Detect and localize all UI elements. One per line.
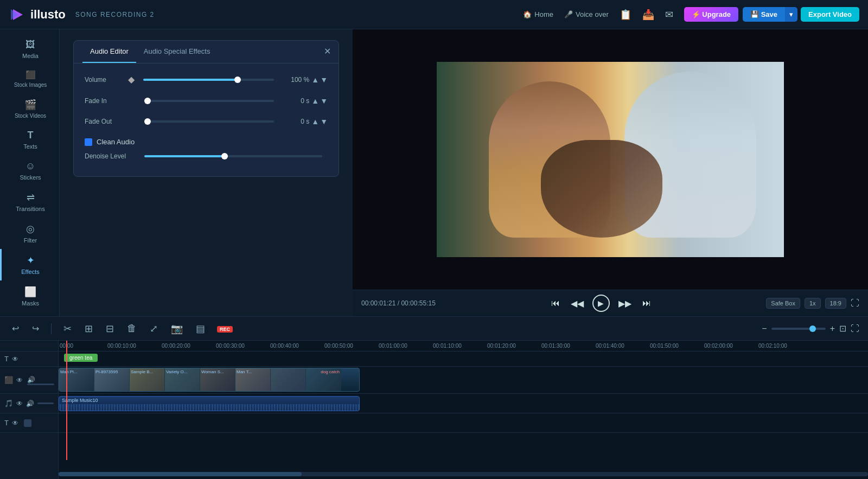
import-icon: 📥 [642,9,654,21]
denoise-slider[interactable] [144,155,322,157]
fade-out-spin-up[interactable]: ▲ [311,117,319,126]
tab-audio-special-effects[interactable]: Audio Special Effects [136,41,218,63]
volume-slider[interactable] [143,79,274,81]
delete-button[interactable]: 🗑 [124,321,140,336]
sidebar-item-filter[interactable]: ◎ Filter [0,218,59,249]
text-track-visibility[interactable]: 👁 [12,355,18,363]
masks-icon: ⬜ [24,286,36,298]
sidebar-item-effects[interactable]: ✦ Effects [0,249,59,280]
video-frame [437,62,784,257]
save-dropdown-button[interactable]: ▾ [785,7,797,22]
time-marker-4: 00:00:40:00 [270,343,299,349]
fade-in-slider[interactable] [144,100,274,102]
nav-voiceover[interactable]: 🎤 Voice over [564,10,609,18]
zoom-thumb[interactable] [809,325,816,332]
chevron-down-icon: ▾ [789,10,793,18]
content-panel: Audio Editor Audio Special Effects ✕ Vol… [60,29,353,316]
nav-voiceover-label: Voice over [576,10,609,18]
upgrade-button[interactable]: ⚡ Upgrade [684,7,738,22]
sidebar-item-transitions[interactable]: ⇌ Transitions [0,186,59,218]
time-marker-12: 00:02:00:00 [704,343,733,349]
volume-spin-up[interactable]: ▲ [311,75,319,84]
video-clip-main[interactable]: Man Pl... PI-8973595 Sample B... Variety… [59,368,360,392]
clip-thumb-1: Man Pl... [59,368,94,391]
cut-button[interactable]: ✂ [60,321,75,337]
denoise-thumb[interactable] [221,153,228,159]
green-tea-clip[interactable]: green tea [64,354,98,362]
project-title: SONG RECORDING 2 [75,11,155,18]
safe-box-button[interactable]: Safe Box [766,298,800,309]
fade-out-thumb[interactable] [144,118,151,125]
fullscreen-timeline-button[interactable]: ⛶ [851,324,859,334]
volume-thumb[interactable] [234,76,241,83]
fullscreen-button[interactable]: ⛶ [851,298,859,308]
timeline-tracks[interactable]: 00:00 00:00:10:00 00:00:20:00 00:00:30:0… [59,341,868,479]
rewind-button[interactable]: ◀◀ [569,296,586,311]
sidebar-item-stock-images[interactable]: ⬛ Stock Images [0,65,59,93]
logo[interactable]: illusto [9,6,66,23]
sidebar-stickers-label: Stickers [20,174,41,181]
nav-home[interactable]: 🏠 Home [523,10,553,18]
aspect-ratio-button[interactable]: 18:9 [825,298,846,309]
fast-forward-button[interactable]: ▶▶ [616,296,634,311]
tab-audio-editor[interactable]: Audio Editor [82,41,136,63]
zoom-out-button[interactable]: − [762,324,767,334]
sidebar-item-stickers[interactable]: ☺ Stickers [0,155,59,186]
audio-track-visibility[interactable]: 👁 [16,400,23,407]
sidebar-masks-label: Masks [22,300,39,306]
denoise-row: Denoise Level [85,152,328,160]
zoom-slider[interactable] [771,328,826,330]
timeline: ↩ ↪ ✂ ⊞ ⊟ 🗑 ⤢ 📷 ▤ REC − + ⊡ ⛶ T [0,316,868,479]
play-button[interactable]: ▶ [592,295,610,312]
adjust-button[interactable]: ▤ [193,321,208,337]
fade-in-thumb[interactable] [144,98,151,104]
dialog-tabs: Audio Editor Audio Special Effects ✕ [74,41,339,63]
photo-button[interactable]: 📷 [168,321,186,337]
fit-timeline-button[interactable]: ⊡ [839,323,846,334]
fade-out-slider[interactable] [144,120,274,123]
skip-to-end-button[interactable]: ⏭ [640,296,653,310]
fade-in-label: Fade In [85,97,128,105]
zoom-in-button[interactable]: + [830,324,835,334]
redo-button[interactable]: ↪ [29,321,42,336]
nav-captions[interactable]: 📋 [620,9,631,21]
audio-clip-main[interactable]: Sample Music10 [59,396,360,411]
fit-button[interactable]: ⤢ [146,321,161,337]
sidebar-item-stock-videos[interactable]: 🎬 Stock Videos [0,93,59,124]
sidebar-item-media[interactable]: 🖼 Media [0,34,59,65]
zoom-level-button[interactable]: 1x [805,298,821,309]
split-view-button[interactable]: ⊞ [81,321,96,337]
ruler-spacer [0,341,58,352]
fade-in-value: 0 s [279,97,309,105]
subtitle-track-visibility[interactable]: 👁 [12,419,18,427]
save-button[interactable]: 💾 Save [743,7,785,22]
subtitle-track-square [24,419,31,427]
video-track-visibility[interactable]: 👁 [16,376,23,384]
logo-icon [9,6,26,23]
layout-button[interactable]: ⊟ [103,321,117,337]
audio-vol-icon: 🔊 [26,400,34,407]
fade-in-spin-down[interactable]: ▼ [320,97,328,105]
clip-4-label: Variety O... [166,369,187,374]
clean-audio-checkbox[interactable] [85,138,92,146]
audio-track-volume-slider[interactable] [37,403,54,404]
nav-share[interactable]: ✉ [665,9,673,21]
sidebar-item-color-correction[interactable]: 🎨 Color Correction [0,312,59,316]
clip-6-label: Man T... [237,369,252,374]
undo-button[interactable]: ↩ [9,321,22,336]
sidebar-item-masks[interactable]: ⬜ Masks [0,280,59,312]
sidebar-item-texts[interactable]: T Texts [0,124,59,155]
export-button[interactable]: Export Video [801,7,859,22]
fade-out-spin-down[interactable]: ▼ [320,117,328,126]
horizontal-scrollbar[interactable] [59,472,868,478]
clean-audio-label: Clean Audio [97,138,135,146]
skip-to-start-button[interactable]: ⏮ [549,296,562,310]
fade-in-spin-up[interactable]: ▲ [311,97,319,105]
video-track-volume-slider[interactable] [27,384,54,385]
audio-track: Sample Music10 [59,394,868,413]
dialog-close-button[interactable]: ✕ [324,46,331,56]
timeline-toolbar-right: − + ⊡ ⛶ [762,323,859,334]
scrollbar-thumb[interactable] [59,472,302,476]
volume-spin-down[interactable]: ▼ [320,75,328,84]
nav-media-import[interactable]: 📥 [642,9,654,21]
